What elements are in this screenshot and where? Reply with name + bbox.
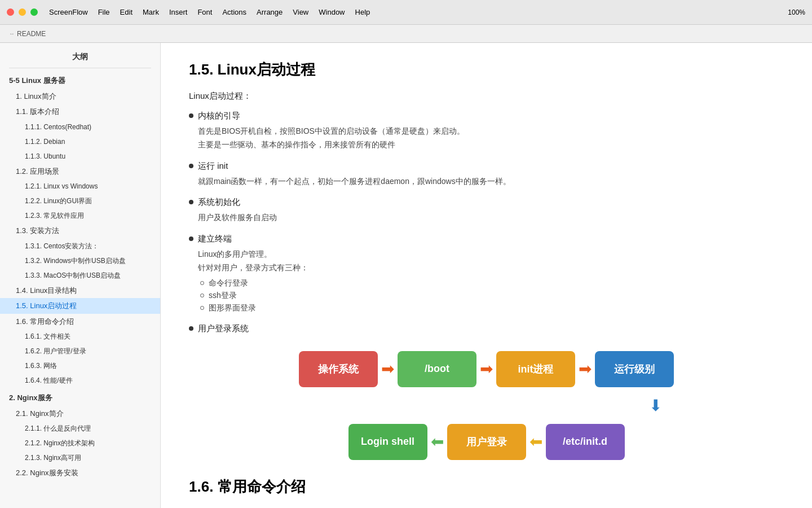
sidebar-item-s22[interactable]: 2.2. Nginx服务安装 [0, 465, 160, 481]
bullet-dot [189, 200, 193, 204]
menu-mark[interactable]: Mark [143, 8, 159, 16]
sidebar-item-s163[interactable]: 1.6.3. 网络 [0, 358, 160, 373]
sidebar-item-s161[interactable]: 1.6.1. 文件相关 [0, 329, 160, 344]
box-userlogin: 用户登录 [447, 424, 526, 460]
menu-screenflow[interactable]: ScreenFlow [49, 8, 88, 16]
sidebar-item-s13[interactable]: 1.3. 安装方法 [0, 223, 160, 239]
bullet-dot [189, 326, 193, 331]
maximize-button[interactable] [30, 8, 38, 16]
sidebar-item-s121[interactable]: 1.2.1. Linux vs Windows [0, 179, 160, 194]
box-runlevel: 运行级别 [595, 351, 674, 387]
menu-bar: ScreenFlow File Edit Mark Insert Font Ac… [49, 8, 370, 16]
sidebar-item-s211[interactable]: 2.1.1. 什么是反向代理 [0, 421, 160, 436]
arrow-down-container: ⬇ [272, 396, 701, 415]
sidebar-item-s1[interactable]: 1. Linux简介 [0, 89, 160, 104]
sidebar-item-s16[interactable]: 1.6. 常用命令介绍 [0, 314, 160, 330]
sidebar: 大纲 5-5 Linux 服务器 1. Linux简介 1.1. 版本介绍 1.… [0, 43, 161, 508]
diagram-row2: Login shell ⬅ 用户登录 ⬅ /etc/init.d [348, 424, 625, 460]
sidebar-item-s133[interactable]: 1.3.3. MacOS中制作USB启动盘 [0, 268, 160, 283]
bullet-desc-init-1: 就跟main函数一样，有一个起点，初始一个服务进程daemon，跟windows… [198, 175, 784, 189]
bullet-title-text: 内核的引导 [198, 111, 240, 121]
bullet-dot [189, 164, 193, 168]
bullet-desc-sysinit-1: 用户及软件服务自启动 [198, 211, 784, 225]
bullet-title-terminal: 建立终端 [189, 234, 784, 244]
sidebar-item-s55[interactable]: 5-5 Linux 服务器 [0, 73, 160, 89]
list-item-kernel: 内核的引导 首先是BIOS开机自检，按照BIOS中设置的启动设备（通常是硬盘）来… [189, 111, 784, 152]
main-layout: 大纲 5-5 Linux 服务器 1. Linux简介 1.1. 版本介绍 1.… [0, 43, 812, 508]
sidebar-item-s132[interactable]: 1.3.2. Windows中制作USB启动盘 [0, 253, 160, 268]
section-intro: Linux启动过程： [189, 91, 784, 102]
arrow-2: ➡ [480, 360, 493, 378]
sidebar-item-s113[interactable]: 1.1.3. Ubuntu [0, 149, 160, 164]
sidebar-item-s212[interactable]: 2.1.2. Nginx的技术架构 [0, 436, 160, 450]
sidebar-item-s213[interactable]: 2.1.3. Nginx高可用 [0, 450, 160, 465]
box-os: 操作系统 [299, 351, 378, 387]
diagram-row1: 操作系统 ➡ /boot ➡ init进程 ➡ 运行级别 [299, 351, 674, 387]
circle-dot [200, 294, 204, 297]
sidebar-item-s21[interactable]: 2.1. Nginx简介 [0, 406, 160, 422]
bullet-dot [189, 237, 193, 241]
battery-status: 100% [788, 8, 805, 16]
bullet-list: 内核的引导 首先是BIOS开机自检，按照BIOS中设置的启动设备（通常是硬盘）来… [189, 111, 784, 334]
menu-actions[interactable]: Actions [222, 8, 246, 16]
menu-font[interactable]: Font [197, 8, 212, 16]
bullet-title-text: 运行 init [198, 161, 228, 172]
sidebar-title: 大纲 [0, 49, 160, 68]
menu-edit[interactable]: Edit [120, 8, 133, 16]
sidebar-item-s11[interactable]: 1.1. 版本介绍 [0, 104, 160, 120]
login-methods-list: 命令行登录 ssh登录 图形界面登录 [200, 277, 784, 314]
sidebar-item-s131[interactable]: 1.3.1. Centos安装方法： [0, 239, 160, 253]
content-area: 1.5. Linux启动过程 Linux启动过程： 内核的引导 首先是BIOS开… [161, 43, 812, 508]
sidebar-item-s2[interactable]: 2. Nginx服务 [0, 390, 160, 406]
bullet-desc-kernel-1: 首先是BIOS开机自检，按照BIOS中设置的启动设备（通常是硬盘）来启动。 [198, 125, 784, 138]
tab-readme[interactable]: ↔ README [9, 30, 46, 38]
menu-insert[interactable]: Insert [169, 8, 188, 16]
list-item-cmdlogin: 命令行登录 [200, 277, 784, 290]
sidebar-item-s122[interactable]: 1.2.2. Linux的GUI界面 [0, 194, 160, 208]
tab-label: README [17, 30, 46, 38]
minimize-button[interactable] [19, 8, 26, 16]
bullet-title-text: 用户登录系统 [198, 323, 249, 334]
sidebar-item-s164[interactable]: 1.6.4. 性能/硬件 [0, 373, 160, 388]
menu-view[interactable]: View [293, 8, 308, 16]
list-item-sysinit: 系统初始化 用户及软件服务自启动 [189, 197, 784, 225]
login-method-cmd: 命令行登录 [209, 278, 248, 288]
tab-bar: ↔ README [0, 25, 812, 43]
bullet-desc-terminal-1: Linux的多用户管理。 [198, 248, 784, 261]
arrow-down: ⬇ [616, 396, 695, 415]
sidebar-item-s14[interactable]: 1.4. Linux目录结构 [0, 283, 160, 299]
menu-window[interactable]: Window [319, 8, 345, 16]
menu-file[interactable]: File [98, 8, 110, 16]
arrow-3: ➡ [579, 360, 592, 378]
arrow-left1: ⬅ [431, 432, 444, 451]
circle-dot [200, 281, 204, 285]
next-section-title: 1.6. 常用命令介绍 [189, 477, 784, 497]
list-item-sshlogin: ssh登录 [200, 290, 784, 302]
bullet-title-kernel: 内核的引导 [189, 111, 784, 121]
boot-flow-diagram: 操作系统 ➡ /boot ➡ init进程 ➡ 运行级别 ⬇ Login she… [189, 351, 784, 460]
sidebar-item-s123[interactable]: 1.2.3. 常见软件应用 [0, 208, 160, 223]
login-method-ssh: ssh登录 [209, 291, 237, 301]
menu-help[interactable]: Help [355, 8, 370, 16]
titlebar: ScreenFlow File Edit Mark Insert Font Ac… [0, 0, 812, 25]
close-button[interactable] [7, 8, 14, 16]
bullet-dot [189, 113, 193, 118]
window-controls [7, 8, 38, 16]
list-item-userlogin: 用户登录系统 [189, 323, 784, 334]
sidebar-item-s15[interactable]: 1.5. Linux启动过程 [0, 298, 160, 314]
sidebar-item-s12[interactable]: 1.2. 应用场景 [0, 164, 160, 179]
bullet-desc-kernel-2: 主要是一些驱动、基本的操作指令，用来接管所有的硬件 [198, 138, 784, 152]
menu-arrange[interactable]: Arrange [257, 8, 283, 16]
bullet-title-text: 系统初始化 [198, 197, 240, 208]
system-status: 100% [788, 8, 805, 16]
tab-icon: ↔ [9, 30, 15, 37]
bullet-desc-terminal-2: 针对对用户，登录方式有三种： [198, 261, 784, 275]
sidebar-item-s112[interactable]: 1.1.2. Debian [0, 134, 160, 149]
sidebar-item-s162[interactable]: 1.6.2. 用户管理/登录 [0, 344, 160, 358]
box-loginshell: Login shell [348, 424, 427, 460]
sidebar-item-s111[interactable]: 1.1.1. Centos(Redhat) [0, 120, 160, 134]
bullet-title-init: 运行 init [189, 161, 784, 172]
section-title: 1.5. Linux启动过程 [189, 60, 784, 80]
list-item-init: 运行 init 就跟main函数一样，有一个起点，初始一个服务进程daemon，… [189, 161, 784, 189]
circle-dot [200, 306, 204, 310]
